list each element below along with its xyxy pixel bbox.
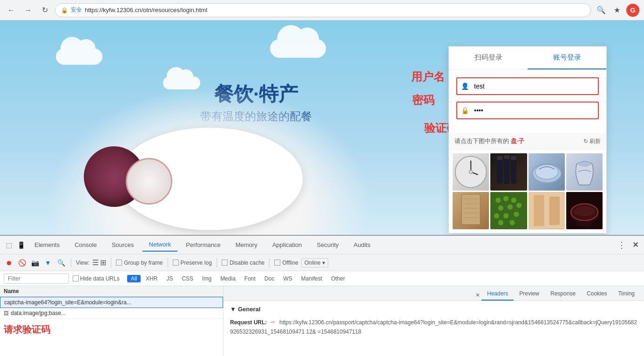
detail-tab-preview[interactable]: Preview [514,288,545,301]
bookmark-icon-btn[interactable]: ★ [610,4,624,17]
filter-type-media[interactable]: Media [217,275,239,282]
detail-tab-cookies[interactable]: Cookies [581,288,612,301]
captcha-header: 请点击下图中所有的 盘·子 ↻ 刷新 [449,133,606,150]
hide-data-urls-checkbox[interactable] [73,275,79,281]
detail-content: ▼ General Request URL: → https://kyfw.12… [224,301,644,356]
svg-rect-32 [534,195,544,226]
section-arrow-icon: ▼ [230,306,236,313]
tab-elements[interactable]: Elements [28,239,66,251]
captcha-cell-4[interactable] [566,153,603,191]
filter-input[interactable] [4,274,69,284]
filter-type-xhr[interactable]: XHR [142,275,161,282]
filter-button[interactable]: ▼ [43,258,53,268]
fruit-white [126,158,172,205]
filter-type-doc[interactable]: Doc [261,275,278,282]
captcha-cell-2[interactable] [490,153,527,191]
devtools-tab-bar: ⬚ 📱 Elements Console Sources Network Per… [0,236,644,254]
view-icons: ☰ ⊞ [92,258,106,267]
website-background: 餐饮·特产 带有温度的旅途的配餐 用户名 密码 验证码 扫码登录 账号登录 [0,21,644,235]
detail-tab-response[interactable]: Response [545,288,581,301]
tab-sources[interactable]: Sources [105,239,141,251]
reload-button[interactable]: ↻ [38,4,51,17]
list-view-icon[interactable]: ☰ [92,258,99,267]
forward-button[interactable]: → [21,4,34,17]
filter-type-font[interactable]: Font [241,275,259,282]
refresh-button[interactable]: ↻ 刷新 [583,137,601,145]
tab-audits[interactable]: Audits [347,239,377,251]
search-icon-btn[interactable]: 🔍 [595,4,608,17]
password-input[interactable] [456,102,599,119]
preserve-log-label: Preserve log [181,260,212,266]
food-image [47,86,373,235]
search-network-button[interactable]: 🔍 [56,258,66,268]
svg-rect-19 [490,192,527,229]
captcha-cell-7[interactable] [529,192,565,229]
divider-1 [71,258,71,267]
address-bar[interactable]: 🔒 安全 https://kyfw.12306.cn/otn/resources… [55,3,591,17]
filter-type-img[interactable]: Img [198,275,215,282]
req-verification-area: 请求验证码 [0,323,223,336]
svg-point-29 [498,220,503,225]
group-by-frame-label: Group by frame [124,260,163,266]
request-item-data[interactable]: 🖼 data:image/jpg;base... [0,308,223,319]
detail-tab-headers[interactable]: Headers [481,288,514,301]
tab-scan-login[interactable]: 扫码登录 [449,47,528,69]
disable-cache-group: Disable cache [222,260,264,266]
captcha-cell-1[interactable] [453,153,489,191]
request-item-captcha[interactable]: captcha-image64?login_site=E&module=logi… [0,297,223,308]
devtools-menu-icon[interactable]: ⋮ [616,238,628,252]
request-name-captcha: captcha-image64?login_site=E&module=logi… [4,299,219,306]
captcha-cell-8[interactable] [566,192,603,229]
filter-type-ws[interactable]: WS [279,275,296,282]
disable-cache-checkbox[interactable] [222,260,228,266]
captcha-cell-6[interactable] [490,192,527,229]
svg-rect-7 [497,156,502,160]
filter-type-all[interactable]: All [127,275,141,282]
tab-performance[interactable]: Performance [179,239,227,251]
back-button[interactable]: ← [5,4,18,17]
tab-security[interactable]: Security [310,239,345,251]
clear-button[interactable]: 🚫 [17,258,27,268]
tab-account-login[interactable]: 账号登录 [528,47,606,69]
preserve-log-group: Preserve log [173,260,212,266]
captcha-word: 盘·子 [511,137,525,144]
detail-tab-timing[interactable]: Timing [612,288,640,301]
tab-memory[interactable]: Memory [229,239,264,251]
disable-cache-label: Disable cache [230,260,264,266]
devtools-main-content: Name captcha-image64?login_site=E&module… [0,286,644,356]
devtools-inspect-btn[interactable]: ⬚ [4,240,14,250]
devtools-panel: ⬚ 📱 Elements Console Sources Network Per… [0,235,644,356]
online-dropdown[interactable]: Online ▾ [301,258,329,267]
captcha-cell-3[interactable] [529,153,565,191]
camera-button[interactable]: 📷 [30,258,40,268]
dropdown-arrow-icon: ▾ [322,260,325,266]
username-input[interactable] [456,77,599,95]
captcha-cell-5[interactable] [453,192,489,229]
group-by-frame-group: Group by frame [116,260,163,266]
detail-close-button[interactable]: × [474,289,481,301]
network-toolbar: ⏺ 🚫 📷 ▼ 🔍 View: ☰ ⊞ Group by frame Prese… [0,254,644,271]
request-url-row: Request URL: → https://kyfw.12306.cn/pas… [230,316,637,336]
tab-application[interactable]: Application [266,239,309,251]
group-by-frame-checkbox[interactable] [116,260,122,266]
svg-point-38 [576,221,592,226]
offline-checkbox[interactable] [274,260,280,266]
filter-type-other[interactable]: Other [327,275,349,282]
svg-point-12 [578,162,590,167]
filter-type-manifest[interactable]: Manifest [298,275,326,282]
password-field-container: 🔒 [456,102,599,119]
tab-console[interactable]: Console [68,239,103,251]
filter-type-css[interactable]: CSS [178,275,197,282]
preserve-log-checkbox[interactable] [173,260,179,266]
filter-type-js[interactable]: JS [163,275,176,282]
arrow-icon: → [269,318,276,326]
devtools-mobile-btn[interactable]: 📱 [16,240,26,250]
record-button[interactable]: ⏺ [4,258,14,268]
tab-network[interactable]: Network [142,238,178,252]
cloud-3 [270,39,326,58]
browser-toolbar-right: 🔍 ★ G [595,4,639,17]
devtools-close-button[interactable]: ✕ [630,239,640,251]
waterfall-view-icon[interactable]: ⊞ [100,258,106,267]
view-label: View: [76,260,89,266]
svg-rect-33 [549,197,559,225]
